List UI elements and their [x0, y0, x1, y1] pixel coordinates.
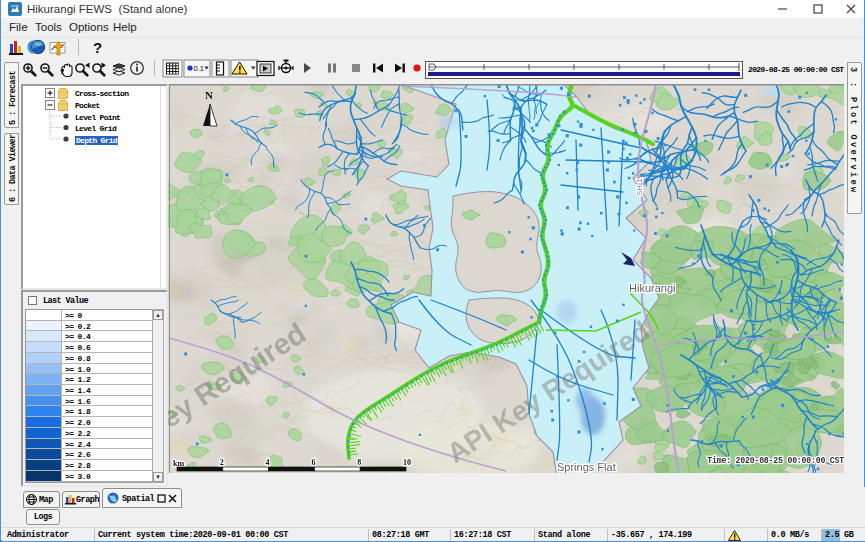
- svg-text:SH 1: SH 1: [635, 178, 644, 196]
- svg-text:km: km: [173, 459, 184, 468]
- svg-text:4: 4: [266, 458, 270, 467]
- svg-text:3 : Plot Overview: 3 : Plot Overview: [848, 67, 858, 195]
- svg-text:Springs Flat: Springs Flat: [557, 461, 616, 473]
- svg-text:8: 8: [357, 458, 361, 467]
- svg-text:0.1: 0.1: [194, 64, 204, 73]
- svg-text:2: 2: [220, 458, 224, 467]
- svg-text:6 : Data Viewer: 6 : Data Viewer: [8, 134, 18, 202]
- svg-text:?: ?: [93, 39, 102, 56]
- svg-text:6: 6: [311, 458, 315, 467]
- svg-text:Hikurangi: Hikurangi: [629, 282, 675, 294]
- svg-text:5 : Forecast: 5 : Forecast: [8, 70, 18, 125]
- svg-text:N: N: [205, 89, 213, 101]
- svg-text:Time: 2020-08-25 00:00:00 CST: Time: 2020-08-25 00:00:00 CST: [707, 456, 844, 465]
- svg-text:10: 10: [403, 458, 411, 467]
